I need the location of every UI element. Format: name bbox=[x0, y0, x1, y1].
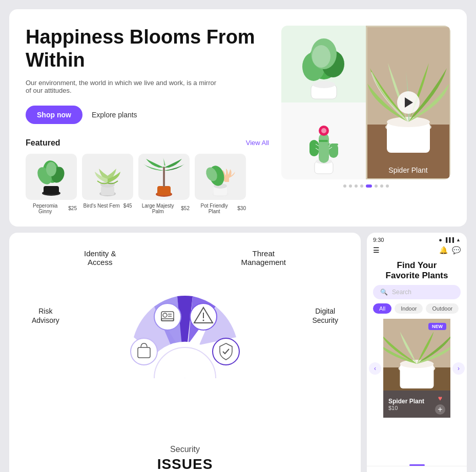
plant-label-row-2: Bird's Nest Fern $45 bbox=[82, 203, 133, 209]
carousel-prev-arrow[interactable]: ‹ bbox=[369, 362, 381, 375]
plant-label-row-4: Pot Friendly Plant $30 bbox=[195, 203, 246, 214]
play-button[interactable] bbox=[397, 91, 420, 114]
phone-title-text: Find YourFavorite Plants bbox=[386, 260, 448, 280]
svg-point-43 bbox=[154, 303, 181, 330]
filter-outdoor[interactable]: Outdoor bbox=[426, 303, 459, 314]
mobile-app-card: 9:30 ● ▐▐▐ ▲ ☰ 🔔 💬 Find YourFavorite Pla… bbox=[367, 233, 467, 472]
dot-6[interactable] bbox=[375, 184, 378, 188]
plant-image-4 bbox=[195, 154, 246, 200]
dot-4[interactable] bbox=[360, 184, 363, 188]
hero-subtitle: Our environment, the world in which we l… bbox=[26, 79, 220, 94]
svg-point-51 bbox=[203, 319, 204, 321]
phone-bottom-nav: 🏠 ♡ 🛒 👤 bbox=[367, 466, 467, 472]
identity-access-label: Identity &Access bbox=[84, 249, 116, 266]
featured-section: Featured View All bbox=[26, 138, 269, 214]
phone-plant-info: Spider Plant $10 ♥ + bbox=[383, 391, 450, 418]
peperomia-svg bbox=[28, 156, 74, 197]
phone-search-bar[interactable]: 🔍 Search bbox=[373, 285, 461, 299]
phone-status-bar: 9:30 ● ▐▐▐ ▲ bbox=[367, 233, 467, 245]
plant-price-4: $30 bbox=[237, 206, 246, 211]
plant-image-3 bbox=[138, 154, 190, 200]
security-bottom: Security ISSUES bbox=[157, 445, 213, 472]
security-issues-label: ISSUES bbox=[157, 456, 213, 472]
signal-icon: ▐▐▐ bbox=[444, 237, 454, 242]
image-grid: Spider Plant bbox=[281, 26, 450, 179]
potfriendly-svg bbox=[197, 156, 243, 197]
battery-icon: ● bbox=[439, 237, 442, 243]
plant-label-row-3: Large Majesty Palm $52 bbox=[138, 203, 190, 214]
explore-plants-link[interactable]: Explore plants bbox=[92, 111, 137, 119]
featured-title: Featured bbox=[26, 138, 60, 148]
plant-name-3: Large Majesty Palm bbox=[138, 203, 177, 214]
birdsNest-svg bbox=[85, 156, 131, 197]
spider-plant-mobile-image: NEW bbox=[383, 319, 450, 391]
search-icon: 🔍 bbox=[380, 289, 388, 296]
plant-card-4[interactable]: Pot Friendly Plant $30 bbox=[195, 154, 246, 214]
top-right-section: Spider Plant bbox=[281, 26, 450, 214]
svg-rect-10 bbox=[157, 186, 171, 195]
svg-point-32 bbox=[321, 128, 326, 133]
security-card: Identity &Access ThreatManagement RiskAd… bbox=[9, 233, 361, 472]
top-left-plant-svg bbox=[293, 28, 355, 100]
featured-grid: Peperomia Ginny $25 bbox=[26, 154, 269, 214]
digital-security-label: DigitalSecurity bbox=[312, 306, 338, 325]
dot-7[interactable] bbox=[380, 184, 383, 188]
cactus-svg bbox=[293, 105, 355, 177]
plant-price-2: $45 bbox=[123, 203, 132, 209]
chat-icon[interactable]: 💬 bbox=[452, 246, 461, 254]
svg-point-52 bbox=[131, 338, 157, 365]
plant-name-4: Pot Friendly Plant bbox=[195, 203, 234, 214]
play-icon bbox=[405, 97, 413, 108]
dot-5[interactable] bbox=[366, 184, 372, 188]
phone-plant-name-price: Spider Plant $10 bbox=[388, 398, 424, 411]
svg-point-23 bbox=[312, 45, 330, 68]
carousel-dots bbox=[281, 184, 450, 188]
plant-label-row-1: Peperomia Ginny $25 bbox=[26, 203, 77, 214]
plant-image-cell-1 bbox=[281, 26, 366, 102]
search-placeholder: Search bbox=[392, 289, 411, 296]
filter-row: All Indoor Outdoor bbox=[367, 303, 467, 319]
phone-plant-name: Spider Plant bbox=[388, 398, 424, 405]
svg-rect-27 bbox=[309, 140, 319, 156]
shop-now-button[interactable]: Shop now bbox=[26, 106, 82, 124]
hamburger-menu-icon[interactable]: ☰ bbox=[373, 246, 380, 254]
plant-card-1[interactable]: Peperomia Ginny $25 bbox=[26, 154, 77, 214]
plant-name-1: Peperomia Ginny bbox=[26, 203, 65, 214]
svg-rect-11 bbox=[163, 167, 165, 187]
plant-card-2[interactable]: Bird's Nest Fern $45 bbox=[82, 154, 133, 214]
heart-icon[interactable]: ♥ bbox=[438, 394, 442, 402]
add-to-cart-button[interactable]: + bbox=[435, 404, 445, 415]
view-all-link[interactable]: View All bbox=[246, 139, 269, 147]
plant-image-1 bbox=[26, 154, 77, 200]
plant-price-1: $25 bbox=[68, 206, 77, 211]
phone-bottom-nav-container: 🏠 ♡ 🛒 👤 bbox=[367, 462, 467, 472]
top-left-section: Happiness Blooms From Within Our environ… bbox=[26, 26, 269, 214]
spider-plant-video-cell[interactable]: Spider Plant bbox=[366, 26, 450, 179]
security-labels-top: Identity &Access ThreatManagement bbox=[22, 249, 348, 266]
carousel-next-arrow[interactable]: › bbox=[452, 362, 465, 375]
phone-plant-price: $10 bbox=[388, 405, 424, 411]
svg-rect-26 bbox=[319, 133, 329, 163]
notification-icon[interactable]: 🔔 bbox=[439, 246, 448, 254]
plant-card-3[interactable]: Large Majesty Palm $52 bbox=[138, 154, 190, 214]
featured-header: Featured View All bbox=[26, 138, 269, 148]
hero-title: Happiness Blooms From Within bbox=[26, 26, 269, 72]
svg-point-54 bbox=[213, 338, 239, 365]
filter-all[interactable]: All bbox=[373, 303, 391, 314]
dot-1[interactable] bbox=[343, 184, 346, 188]
plant-image-cell-3 bbox=[281, 102, 366, 179]
security-diagram-svg bbox=[103, 276, 267, 399]
plant-name-2: Bird's Nest Fern bbox=[83, 203, 119, 209]
svg-rect-1 bbox=[44, 186, 59, 194]
svg-point-5 bbox=[46, 162, 56, 176]
plant-image-2 bbox=[82, 154, 133, 200]
top-card: Happiness Blooms From Within Our environ… bbox=[9, 9, 467, 227]
dot-2[interactable] bbox=[349, 184, 352, 188]
filter-indoor[interactable]: Indoor bbox=[395, 303, 423, 314]
dot-3[interactable] bbox=[355, 184, 358, 188]
dot-8[interactable] bbox=[386, 184, 389, 188]
hero-buttons: Shop now Explore plants bbox=[26, 106, 269, 124]
new-badge: NEW bbox=[428, 323, 446, 330]
plant-price-3: $52 bbox=[181, 206, 190, 211]
plant-card-container: NEW bbox=[383, 319, 450, 418]
